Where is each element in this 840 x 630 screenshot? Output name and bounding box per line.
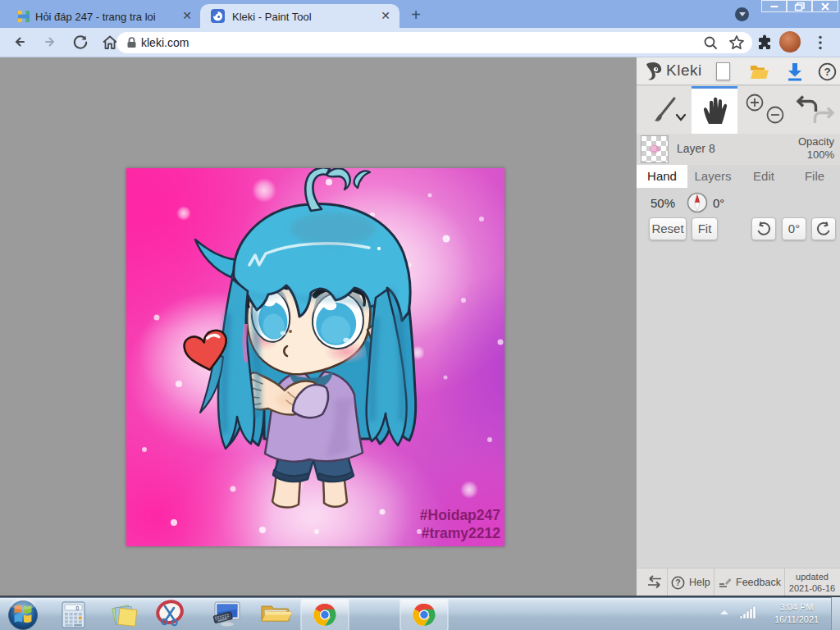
svg-text:0: 0 xyxy=(75,605,79,611)
svg-text:?: ? xyxy=(675,578,680,587)
svg-text:#Hoidap247: #Hoidap247 xyxy=(420,507,500,523)
svg-text:#tramy2212: #tramy2212 xyxy=(422,525,501,541)
svg-text:?: ? xyxy=(824,66,830,78)
